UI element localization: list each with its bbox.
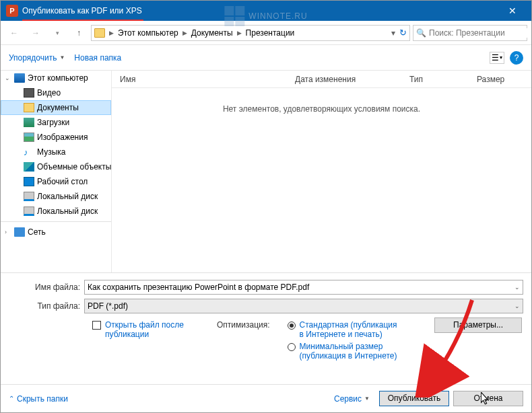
chevron-down-icon[interactable]: ⌄ [514,303,520,309]
radio-off-icon [288,343,296,351]
up-button[interactable]: ↑ [69,25,88,41]
forward-button[interactable]: → [26,25,45,41]
tree-item-video[interactable]: Видео [1,85,111,100]
chevron-icon[interactable]: ▶ [181,30,189,36]
folder-tree: ⌄ Этот компьютер Видео Документы Загрузк… [1,71,111,272]
music-icon: ♪ [24,147,34,157]
radio-standard[interactable]: Стандартная (публикация в Интернете и пе… [288,320,414,339]
filename-label: Имя файла: [9,283,84,292]
tree-item-music[interactable]: ♪ Музыка [1,145,111,159]
tree-label: Объемные объекты [37,162,111,172]
expand-icon[interactable]: › [5,229,11,235]
new-folder-button[interactable]: Новая папка [74,53,121,63]
app-icon: P [6,5,18,17]
filetype-label: Тип файла: [9,301,84,311]
filetype-value: PDF (*.pdf) [88,301,128,311]
filetype-field[interactable]: PDF (*.pdf) ⌄ [84,299,523,313]
back-button[interactable]: ← [5,25,24,41]
tree-label: Музыка [37,147,65,157]
hide-folders-label: Скрыть папки [17,394,68,404]
optimization-label: Оптимизация: [217,320,270,361]
tree-item-desktop[interactable]: Рабочий стол [1,174,111,189]
radio-on-icon [288,322,296,330]
open-after-label: Открыть файл после публикации [105,320,199,339]
pc-icon [14,73,25,83]
service-button[interactable]: Сервис ▼ [334,394,370,404]
search-box[interactable]: 🔍 [413,25,527,41]
tree-label: Документы [37,103,79,112]
tree-item-this-pc[interactable]: ⌄ Этот компьютер [1,71,111,85]
breadcrumb-segment[interactable]: Этот компьютер [117,28,180,38]
chevron-down-icon: ▼ [59,54,65,61]
tree-item-localdisk[interactable]: Локальный диск [1,189,111,204]
refresh-icon[interactable]: ↻ [399,28,407,38]
service-label: Сервис [334,394,362,404]
chevron-down-icon[interactable]: ▾ [391,28,395,38]
expand-icon[interactable]: ⌄ [5,75,11,81]
chevron-down-icon: ▼ [364,396,370,402]
tree-item-localdisk[interactable]: Локальный диск [1,204,111,219]
objects3d-icon [24,162,34,172]
tree-label: Локальный диск [37,192,98,201]
images-icon [24,133,34,142]
checkbox-icon [92,321,101,330]
main-area: ⌄ Этот компьютер Видео Документы Загрузк… [1,71,531,272]
open-after-checkbox[interactable]: Открыть файл после публикации [92,320,199,361]
tree-item-3d[interactable]: Объемные объекты [1,159,111,174]
tree-label: Рабочий стол [37,177,88,186]
col-date[interactable]: Дата изменения [295,75,409,84]
filetype-row: Тип файла: PDF (*.pdf) ⌄ [9,299,523,313]
hide-folders-button[interactable]: ⌃ Скрыть папки [9,394,68,404]
tree-label: Изображения [37,133,88,142]
search-input[interactable] [429,28,530,38]
video-icon [24,88,34,98]
parameters-button[interactable]: Параметры... [434,317,522,333]
disk-icon [24,206,34,216]
tree-item-downloads[interactable]: Загрузки [1,115,111,130]
view-options: ☰▾ ? [490,51,523,65]
search-icon: 🔍 [416,28,426,38]
nav-bar: ← → ▾ ↑ ▶ Этот компьютер ▶ Документы ▶ П… [1,21,531,45]
radio-minimal[interactable]: Минимальный размер (публикация в Интерне… [288,342,414,361]
tree-item-network[interactable]: › Сеть [1,225,111,239]
documents-icon [24,103,34,112]
title-underline-annotation [22,20,143,21]
filename-value: Как сохранить презентацию PowerPoint в ф… [88,283,309,292]
tree-item-documents[interactable]: Документы [1,100,111,115]
file-list: Имя Дата изменения Тип Размер Нет элемен… [111,71,531,272]
radio-standard-label: Стандартная (публикация в Интернете и пе… [300,320,401,339]
organize-label: Упорядочить [9,53,57,63]
tree-label: Сеть [28,227,46,237]
chevron-icon[interactable]: ▶ [236,30,243,36]
tree-label: Этот компьютер [28,73,88,83]
new-folder-label: Новая папка [74,53,121,63]
title-bar: P Опубликовать как PDF или XPS ✕ [1,1,531,21]
view-details-icon[interactable]: ☰▾ [490,52,504,64]
chevron-down-icon[interactable]: ⌄ [514,284,520,291]
tree-label: Локальный диск [37,206,98,216]
tree-label: Загрузки [37,118,69,127]
chevron-icon[interactable]: ▶ [108,30,115,36]
save-form: Имя файла: Как сохранить презентацию Pow… [1,272,531,365]
filename-row: Имя файла: Как сохранить презентацию Pow… [9,280,523,295]
breadcrumb-segment[interactable]: Презентации [244,28,296,38]
footer: ⌃ Скрыть папки Сервис ▼ Опубликовать Отм… [1,384,531,412]
col-size[interactable]: Размер [477,75,531,84]
filename-field[interactable]: Как сохранить презентацию PowerPoint в ф… [84,280,523,295]
network-icon [14,227,25,237]
help-icon[interactable]: ? [510,51,523,65]
window-title: Опубликовать как PDF или XPS [22,6,499,15]
close-icon[interactable]: ✕ [499,5,526,16]
breadcrumb-segment[interactable]: Документы [190,28,234,38]
organize-button[interactable]: Упорядочить ▼ [9,53,65,63]
options-area: Открыть файл после публикации Оптимизаци… [9,317,523,361]
cancel-button[interactable]: Отмена [453,391,523,406]
col-name[interactable]: Имя [120,75,295,84]
address-bar[interactable]: ▶ Этот компьютер ▶ Документы ▶ Презентац… [91,25,410,41]
col-type[interactable]: Тип [409,75,477,84]
publish-button[interactable]: Опубликовать [379,391,449,406]
tree-item-images[interactable]: Изображения [1,130,111,145]
column-headers: Имя Дата изменения Тип Размер [112,71,531,88]
recent-button[interactable]: ▾ [48,25,67,41]
radio-minimal-label: Минимальный размер (публикация в Интерне… [300,342,414,361]
